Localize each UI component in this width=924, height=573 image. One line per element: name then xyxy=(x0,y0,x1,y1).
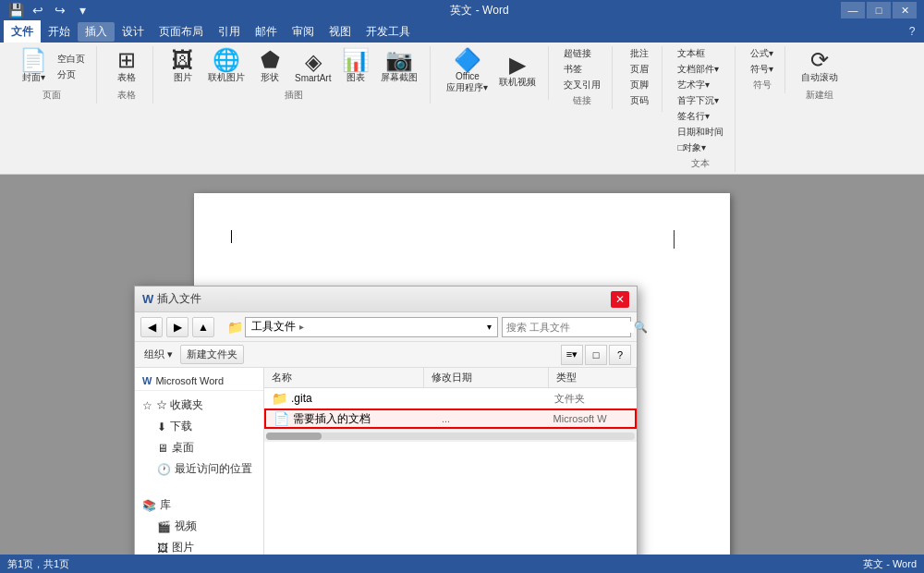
menu-mail[interactable]: 邮件 xyxy=(248,22,285,42)
organize-button[interactable]: 组织 ▾ xyxy=(140,346,176,363)
menu-references[interactable]: 引用 xyxy=(211,22,248,42)
spacer xyxy=(135,483,263,491)
wordart-btn[interactable]: 艺术字▾ xyxy=(674,78,727,92)
text-cursor xyxy=(231,230,232,243)
cover-page-icon: 📄 xyxy=(19,49,47,71)
minimize-button[interactable]: — xyxy=(841,2,865,18)
quick-redo-icon[interactable]: ↪ xyxy=(52,2,68,18)
col-header-name[interactable]: 名称 xyxy=(264,368,424,387)
page-break-btn[interactable]: 分页 xyxy=(54,67,89,82)
up-button[interactable]: ▲ xyxy=(192,317,214,337)
organize-label: 组织 ▾ xyxy=(144,347,173,361)
col-header-type[interactable]: 类型 xyxy=(549,368,637,387)
desktop-item[interactable]: 🖥 桌面 xyxy=(150,437,263,458)
date-time-btn[interactable]: 日期和时间 xyxy=(674,125,727,140)
shapes-btn[interactable]: ⬟ 形状 xyxy=(251,46,288,87)
scrollbar-thumb[interactable] xyxy=(266,433,322,440)
page-num-btn[interactable]: 页码 xyxy=(626,93,652,108)
auto-scroll-btn[interactable]: ⟳ 自动滚动 xyxy=(796,46,843,87)
smartart-btn[interactable]: ◈ SmartArt xyxy=(290,48,335,86)
dialog-titlebar: W 插入文件 ✕ xyxy=(135,286,637,312)
quick-more-icon[interactable]: ▾ xyxy=(74,2,91,18)
hyperlink-btn[interactable]: 超链接 xyxy=(560,46,604,61)
view-list-btn[interactable]: ≡▾ xyxy=(561,345,583,365)
header-label: 页眉 xyxy=(630,63,649,76)
ribbon-group-illustrations: 🖼 图片 🌐 联机图片 ⬟ 形状 ◈ SmartArt xyxy=(157,46,431,104)
quick-undo-icon[interactable]: ↩ xyxy=(30,2,46,18)
quick-parts-btn[interactable]: 文档部件▾ xyxy=(674,62,727,77)
office-app-label: Office 应用程序▾ xyxy=(446,71,488,93)
dropcap-btn[interactable]: 首字下沉▾ xyxy=(674,93,727,108)
table-btn[interactable]: ⊞ 表格 xyxy=(108,46,145,87)
ribbon-group-header: 批注 页眉 页脚 页码 xyxy=(616,46,663,112)
downloads-label: 下载 xyxy=(170,419,192,434)
menu-design[interactable]: 设计 xyxy=(115,22,152,42)
menu-file[interactable]: 文件 xyxy=(4,20,41,43)
ribbon-group-pages: 📄 封面▾ 空白页 分页 页面 xyxy=(7,46,97,104)
cross-ref-label: 交叉引用 xyxy=(564,79,601,91)
equation-btn[interactable]: 公式▾ xyxy=(747,46,777,61)
address-dropdown-arrow[interactable]: ▾ xyxy=(487,322,492,332)
menu-view[interactable]: 视图 xyxy=(322,22,359,42)
menu-insert[interactable]: 插入 xyxy=(78,22,115,42)
video-item[interactable]: 🎬 视频 xyxy=(150,516,263,537)
folder-icon: 📁 xyxy=(227,320,243,335)
forward-button[interactable]: ▶ xyxy=(166,317,188,337)
chart-btn[interactable]: 📊 图表 xyxy=(337,46,374,87)
menu-layout[interactable]: 页面布局 xyxy=(152,22,211,42)
search-icon[interactable]: 🔍 xyxy=(634,321,648,334)
scrollbar-track xyxy=(266,433,635,440)
view-icon-btn[interactable]: □ xyxy=(585,345,607,365)
close-button[interactable]: ✕ xyxy=(893,2,917,18)
ms-word-nav-item[interactable]: W Microsoft Word xyxy=(135,372,263,391)
pictures-item[interactable]: 🖼 图片 xyxy=(150,537,263,555)
desktop-label: 桌面 xyxy=(172,440,194,456)
cross-ref-btn[interactable]: 交叉引用 xyxy=(560,78,604,92)
status-left: 第1页，共1页 xyxy=(7,557,69,571)
header-btn[interactable]: 页眉 xyxy=(626,62,652,77)
dialog-close-button[interactable]: ✕ xyxy=(611,291,629,308)
table-row[interactable]: 📁 .gita 文件夹 xyxy=(264,388,637,408)
office-app-btn[interactable]: 🔷 Office 应用程序▾ xyxy=(442,46,492,96)
maximize-button[interactable]: □ xyxy=(867,2,891,18)
recent-places-item[interactable]: 🕐 最近访问的位置 xyxy=(150,458,263,480)
help-icon[interactable]: ? xyxy=(904,23,920,40)
table-icon: ⊞ xyxy=(117,49,136,71)
quick-parts-label: 文档部件▾ xyxy=(677,63,719,76)
horizontal-scrollbar[interactable] xyxy=(264,429,637,442)
new-folder-button[interactable]: 新建文件夹 xyxy=(180,345,244,364)
search-input[interactable] xyxy=(506,322,634,333)
online-pic-btn[interactable]: 🌐 联机图片 xyxy=(203,46,249,87)
file-list-header: 名称 修改日期 类型 xyxy=(264,368,637,388)
col-header-date[interactable]: 修改日期 xyxy=(424,368,548,387)
quick-save-icon[interactable]: 💾 xyxy=(7,2,24,18)
sig-line-btn[interactable]: 签名行▾ xyxy=(674,109,727,124)
screenshot-btn[interactable]: 📷 屏幕截图 xyxy=(376,46,422,87)
search-bar[interactable]: 🔍 xyxy=(502,317,631,337)
cover-page-btn[interactable]: 📄 封面▾ xyxy=(15,46,52,87)
help-dialog-btn[interactable]: ? xyxy=(609,345,631,365)
footer-btn[interactable]: 页脚 xyxy=(626,78,652,92)
back-button[interactable]: ◀ xyxy=(140,317,163,337)
menu-home[interactable]: 开始 xyxy=(41,22,78,42)
smartart-label: SmartArt xyxy=(295,73,331,83)
favorites-header[interactable]: ☆ ☆ 收藏夹 xyxy=(135,395,263,416)
bookmark-btn[interactable]: 书签 xyxy=(560,62,604,77)
window-controls: — □ ✕ xyxy=(841,2,917,18)
menu-review[interactable]: 审阅 xyxy=(285,22,322,42)
cover-page-label: 封面▾ xyxy=(22,71,45,84)
blank-page-btn[interactable]: 空白页 xyxy=(54,52,89,67)
menu-developer[interactable]: 开发工具 xyxy=(359,22,418,42)
comment-btn[interactable]: 批注 xyxy=(626,46,652,61)
downloads-item[interactable]: ⬇ 下载 xyxy=(150,416,263,437)
library-header[interactable]: 📚 库 xyxy=(135,494,263,516)
left-navigation-panel: W Microsoft Word ☆ ☆ 收藏夹 ⬇ 下载 xyxy=(135,368,264,555)
online-video-btn[interactable]: ▶ 联机视频 xyxy=(494,51,541,91)
picture-btn[interactable]: 🖼 图片 xyxy=(164,46,201,87)
table-row[interactable]: 📄 需要插入的文档 ... Microsoft W xyxy=(264,408,637,429)
file-icon: 📄 xyxy=(274,411,289,426)
address-bar[interactable]: 工具文件 ▸ ▾ xyxy=(245,317,498,337)
symbol-btn[interactable]: 符号▾ xyxy=(747,62,777,77)
textbox-btn[interactable]: 文本框 xyxy=(674,46,727,61)
object-btn[interactable]: □对象▾ xyxy=(674,140,727,155)
